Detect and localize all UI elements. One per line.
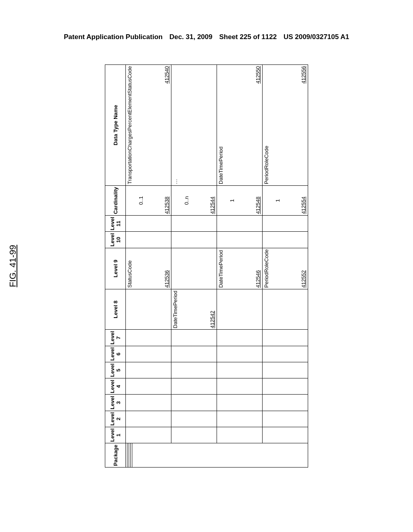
cell-l2: [263, 411, 308, 427]
cell-cardinality: 1 412554: [263, 185, 308, 215]
data-table-wrap: Package Level 1 Level 2 Level 3 Level 4 …: [105, 64, 308, 468]
col-level-4: Level 4: [105, 378, 126, 395]
cell-l7: [171, 330, 217, 346]
cell-cardinality: 1 412548: [217, 185, 263, 215]
dtype-ref: 412540: [164, 66, 170, 83]
cell-l1: [126, 427, 171, 443]
header-pub: Patent Application Publication: [64, 33, 163, 41]
cell-l9: PeriodRoleCode 412552: [263, 248, 308, 289]
col-level-6: Level 6: [105, 346, 126, 362]
package-continuation-lines: [126, 443, 308, 467]
cell-datatype: DateTimePeriod 412550: [217, 65, 263, 186]
dtype-value: …: [172, 66, 178, 184]
col-cardinality: Cardinality: [105, 185, 126, 215]
figure-label: FIG. 41-99: [8, 245, 18, 287]
cell-l11: [263, 216, 308, 232]
cell-cardinality: 0..1 412538: [126, 185, 171, 215]
cell-l2: [171, 411, 217, 427]
header-date: Dec. 31, 2009: [169, 33, 213, 41]
cell-l2: [126, 411, 171, 427]
cell-l8: [263, 289, 308, 330]
col-level-2: Level 2: [105, 411, 126, 427]
l9-value: DateTimePeriod: [218, 249, 224, 288]
col-level-8: Level 8: [105, 289, 126, 330]
card-value: 0..n: [184, 187, 190, 214]
table-row: DateTimePeriod 412546 1 412548 DateTimeP…: [217, 65, 263, 468]
col-level-3: Level 3: [105, 395, 126, 411]
cell-l8: DateTimePeriod 412542: [171, 289, 217, 330]
cell-l3: [263, 395, 308, 411]
cell-l7: [217, 330, 263, 346]
table-header-row: Package Level 1 Level 2 Level 3 Level 4 …: [105, 65, 126, 468]
cell-l6: [217, 346, 263, 362]
cell-l8: [126, 289, 171, 330]
cell-l8: [217, 289, 263, 330]
cell-l1: [217, 427, 263, 443]
card-value: 1: [229, 187, 235, 214]
data-table: Package Level 1 Level 2 Level 3 Level 4 …: [105, 64, 308, 468]
cell-l4: [171, 378, 217, 395]
cell-l4: [263, 378, 308, 395]
l9-ref: 412552: [300, 270, 307, 288]
dtype-value: PeriodRoleCode: [263, 66, 269, 184]
card-ref: 412554: [300, 197, 307, 214]
cell-l5: [263, 362, 308, 378]
cell-l3: [217, 395, 263, 411]
cell-datatype: …: [171, 65, 217, 186]
cell-l1: [171, 427, 217, 443]
col-level-7: Level 7: [105, 330, 126, 346]
cell-l11: [217, 216, 263, 232]
dtype-value: DateTimePeriod: [218, 66, 224, 184]
dtype-value: TransportationChargesPercentElementStatu…: [127, 66, 133, 184]
cell-datatype: TransportationChargesPercentElementStatu…: [126, 65, 171, 186]
card-ref: 412548: [255, 197, 261, 214]
cell-l11: [126, 216, 171, 232]
cell-l1: [263, 427, 308, 443]
l9-ref: 412546: [255, 270, 261, 288]
cell-datatype: PeriodRoleCode 412556: [263, 65, 308, 186]
col-package: Package: [105, 443, 126, 468]
cell-l5: [217, 362, 263, 378]
table-row: PeriodRoleCode 412552 1 412554 PeriodRol…: [263, 65, 308, 468]
cell-l7: [126, 330, 171, 346]
cell-l5: [171, 362, 217, 378]
col-level-1: Level 1: [105, 427, 126, 443]
cell-l9: [171, 248, 217, 289]
card-ref: 412544: [209, 197, 215, 214]
header-sheet: Sheet 225 of 1122: [219, 33, 277, 41]
cell-l3: [171, 395, 217, 411]
cell-l10: [171, 232, 217, 248]
table-row: StatusCode 412536 0..1 412538 Transporta…: [126, 65, 171, 468]
card-value: 0..1: [138, 187, 144, 214]
cell-l7: [263, 330, 308, 346]
package-cell: [126, 443, 308, 468]
cell-l2: [217, 411, 263, 427]
col-level-9: Level 9: [105, 248, 126, 289]
dtype-ref: 412550: [255, 66, 261, 83]
cell-l5: [126, 362, 171, 378]
cell-l9: StatusCode 412536: [126, 248, 171, 289]
l9-ref: 412536: [164, 270, 170, 288]
cell-l6: [171, 346, 217, 362]
l9-value: PeriodRoleCode: [263, 249, 269, 288]
cell-l10: [263, 232, 308, 248]
page-header: Patent Application Publication Dec. 31, …: [0, 33, 413, 41]
col-level-5: Level 5: [105, 362, 126, 378]
l9-value: StatusCode: [127, 249, 133, 288]
cell-l9: DateTimePeriod 412546: [217, 248, 263, 289]
dtype-ref: 412556: [300, 66, 307, 83]
cell-cardinality: 0..n 412544: [171, 185, 217, 215]
table-row: DateTimePeriod 412542 0..n 412544 …: [171, 65, 217, 468]
col-datatype: Data Type Name: [105, 65, 126, 186]
cell-l11: [171, 216, 217, 232]
l8-ref: 412542: [209, 311, 215, 328]
header-docnum: US 2009/0327105 A1: [284, 33, 349, 41]
card-ref: 412538: [164, 197, 170, 214]
cell-l3: [126, 395, 171, 411]
col-level-10: Level 10: [105, 232, 126, 248]
cell-l4: [126, 378, 171, 395]
cell-l4: [217, 378, 263, 395]
l8-value: DateTimePeriod: [172, 291, 178, 328]
cell-l10: [217, 232, 263, 248]
card-value: 1: [275, 187, 281, 214]
